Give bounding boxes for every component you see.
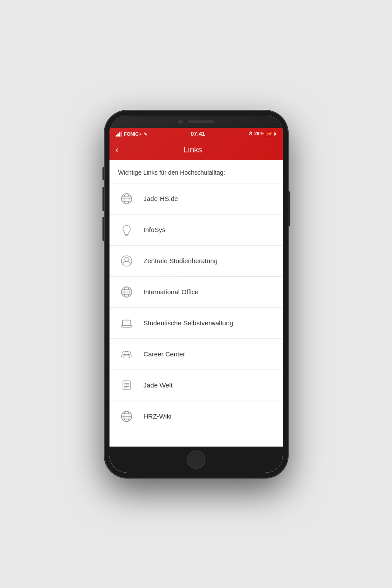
- content-area: Wichtige Links für den Hochschulalltag:: [109, 160, 283, 447]
- signal-icon: [116, 131, 122, 137]
- list-item[interactable]: Studentische Selbstverwaltung: [109, 308, 283, 339]
- globe-icon: [118, 284, 135, 300]
- link-label: International Office: [144, 288, 199, 296]
- camera: [178, 120, 183, 124]
- list-item[interactable]: International Office: [109, 277, 283, 308]
- list-item[interactable]: Jade-HS.de: [109, 183, 283, 215]
- svg-rect-19: [123, 380, 130, 389]
- phone-frame: FONIC+ ∿ 07:41 ⏱ 28 % ⚡ ‹ Links: [104, 110, 288, 478]
- links-list: Jade-HS.de InfoSys: [109, 183, 283, 432]
- svg-point-8: [124, 257, 128, 261]
- intro-text: Wichtige Links für den Hochschulalltag:: [109, 160, 283, 183]
- carrier-label: FONIC+: [124, 131, 142, 137]
- list-item[interactable]: Jade Welt: [109, 370, 283, 401]
- list-item[interactable]: HRZ-Wiki: [109, 401, 283, 432]
- link-label: InfoSys: [144, 226, 166, 233]
- battery-pct: 28 %: [254, 131, 265, 136]
- battery-icon: ⚡: [266, 132, 276, 136]
- link-label: Studentische Selbstverwaltung: [144, 319, 233, 327]
- link-label: HRZ-Wiki: [144, 412, 172, 420]
- phone-bottom: [109, 447, 283, 473]
- time-label: 07:41: [191, 130, 205, 137]
- speaker: [188, 120, 214, 123]
- phone-top-bar: [109, 116, 283, 128]
- svg-point-18: [125, 351, 128, 355]
- svg-rect-14: [122, 320, 131, 326]
- status-bar: FONIC+ ∿ 07:41 ⏱ 28 % ⚡: [109, 128, 283, 140]
- group-icon: [118, 346, 135, 363]
- link-label: Zentrale Studienberatung: [144, 257, 218, 264]
- list-item[interactable]: Zentrale Studienberatung: [109, 246, 283, 277]
- alarm-icon: ⏱: [248, 131, 253, 136]
- link-label: Jade-HS.de: [144, 195, 178, 202]
- list-item[interactable]: InfoSys: [109, 215, 283, 246]
- back-button[interactable]: ‹: [116, 144, 122, 157]
- link-label: Career Center: [144, 350, 185, 358]
- document-icon: [118, 377, 135, 394]
- home-button[interactable]: [187, 451, 205, 469]
- link-label: Jade Welt: [144, 381, 173, 389]
- globe-icon: [118, 190, 135, 207]
- laptop-icon: [118, 315, 135, 331]
- globe-icon: [118, 408, 135, 425]
- person-circle-icon: [118, 253, 135, 269]
- nav-bar: ‹ Links: [109, 140, 283, 160]
- list-item[interactable]: Career Center: [109, 339, 283, 370]
- lightbulb-icon: [118, 222, 135, 238]
- nav-title: Links: [122, 145, 264, 155]
- wifi-icon: ∿: [143, 131, 148, 137]
